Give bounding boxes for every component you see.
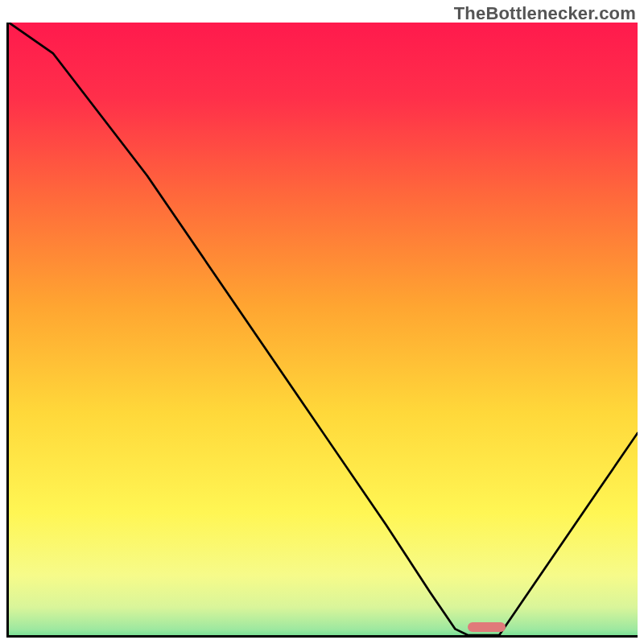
chart-flat-marker [468,622,506,632]
brand-watermark: TheBottlenecker.com [454,3,636,24]
chart-plot-area [6,23,638,638]
chart-curve [9,23,638,635]
